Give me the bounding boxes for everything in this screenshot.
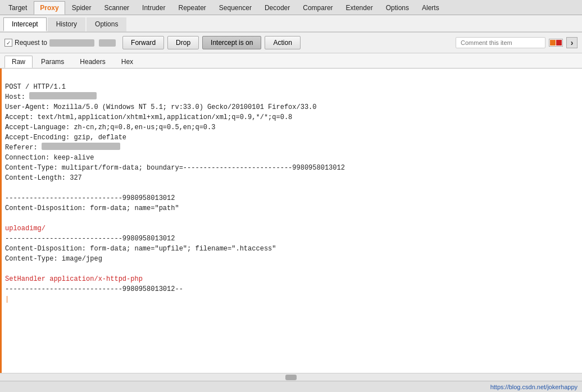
intercept-button[interactable]: Intercept is on xyxy=(202,36,261,49)
menu-proxy[interactable]: Proxy xyxy=(34,1,65,15)
menu-target[interactable]: Target xyxy=(2,1,33,15)
request-label: Request to xyxy=(4,39,116,47)
tab-options[interactable]: Options xyxy=(87,17,126,31)
action-button[interactable]: Action xyxy=(265,36,300,49)
forward-button[interactable]: Forward xyxy=(122,36,164,49)
menu-repeater[interactable]: Repeater xyxy=(172,1,212,15)
intercept-toolbar: Request to Forward Drop Intercept is on … xyxy=(0,33,582,53)
status-bar: https://blog.csdn.net/jokerhappy xyxy=(0,381,582,392)
proxy-tab-bar: Intercept History Options xyxy=(0,15,582,33)
request-port-blurred xyxy=(99,39,116,47)
color-dot-red[interactable] xyxy=(556,40,562,45)
request-content[interactable]: POST / HTTP/1.1 Host: User-Agent: Mozill… xyxy=(0,69,582,392)
view-tab-headers[interactable]: Headers xyxy=(72,56,112,68)
comment-input[interactable] xyxy=(456,37,545,48)
menu-bar: Target Proxy Spider Scanner Intruder Rep… xyxy=(0,0,582,15)
menu-extender[interactable]: Extender xyxy=(340,1,379,15)
referer-blurred xyxy=(42,143,120,150)
host-blurred xyxy=(29,92,97,99)
status-url: https://blog.csdn.net/jokerhappy xyxy=(490,384,578,390)
main-panel: Raw Params Headers Hex POST / HTTP/1.1 H… xyxy=(0,53,582,392)
menu-alerts[interactable]: Alerts xyxy=(416,1,445,15)
view-tab-params[interactable]: Params xyxy=(34,56,71,68)
scroll-thumb[interactable] xyxy=(285,375,297,380)
more-button[interactable]: › xyxy=(566,37,578,48)
color-dot-orange[interactable] xyxy=(550,40,556,45)
menu-sequencer[interactable]: Sequencer xyxy=(213,1,258,15)
tab-history[interactable]: History xyxy=(48,17,85,31)
menu-decoder[interactable]: Decoder xyxy=(258,1,296,15)
color-picker[interactable] xyxy=(549,39,563,47)
view-tab-raw[interactable]: Raw xyxy=(4,56,33,68)
menu-scanner[interactable]: Scanner xyxy=(98,1,135,15)
menu-spider[interactable]: Spider xyxy=(66,1,98,15)
drop-button[interactable]: Drop xyxy=(167,36,199,49)
menu-options[interactable]: Options xyxy=(380,1,415,15)
request-host-blurred xyxy=(49,39,94,47)
path-value: uploadimg/ xyxy=(5,225,46,233)
menu-intruder[interactable]: Intruder xyxy=(136,1,171,15)
view-tab-hex[interactable]: Hex xyxy=(114,56,140,68)
tab-intercept[interactable]: Intercept xyxy=(3,17,47,31)
cursor-indicator: | xyxy=(5,295,9,303)
request-checkbox[interactable] xyxy=(4,39,12,47)
menu-comparer[interactable]: Comparer xyxy=(297,1,339,15)
sethandler-value: SetHandler application/x-httpd-php xyxy=(5,275,143,283)
line-1: POST / HTTP/1.1 Host: User-Agent: Mozill… xyxy=(5,83,345,303)
request-to-text: Request to xyxy=(15,39,47,47)
view-tab-bar: Raw Params Headers Hex xyxy=(0,53,582,69)
horizontal-scrollbar[interactable] xyxy=(0,373,582,381)
